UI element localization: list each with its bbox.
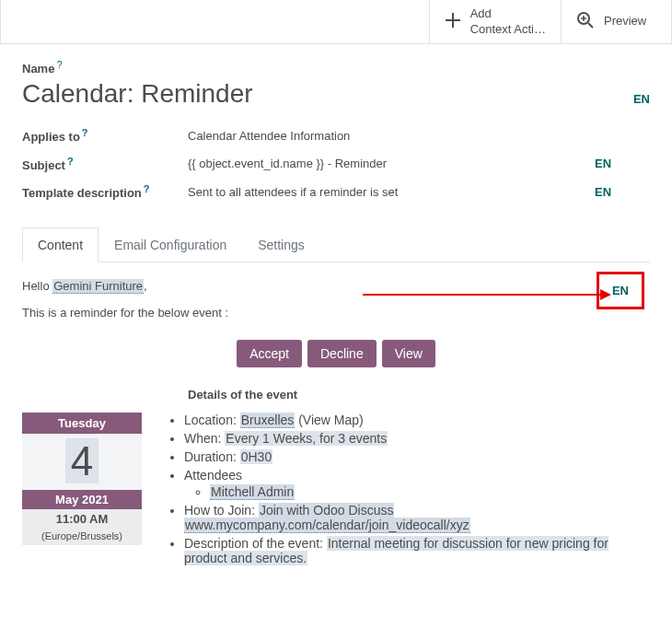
detail-duration: Duration: 0H30 bbox=[184, 449, 650, 464]
join-link[interactable]: Join with Odoo Discuss bbox=[259, 503, 395, 518]
annotation-highlight-box: EN bbox=[597, 272, 644, 309]
preview-button[interactable]: Preview bbox=[561, 0, 671, 43]
applies-to-label: Applies to? bbox=[22, 127, 188, 144]
template-desc-value[interactable]: Sent to all attendees if a reminder is s… bbox=[188, 185, 595, 199]
name-label: Name bbox=[22, 62, 54, 76]
decline-button[interactable]: Decline bbox=[307, 340, 377, 367]
details-row: Tuesday 4 May 2021 11:00 AM (Europe/Brus… bbox=[22, 413, 650, 569]
calendar-month: May 2021 bbox=[22, 490, 142, 509]
detail-attendees: Attendees Mitchell Admin bbox=[184, 468, 650, 499]
recipient-placeholder: Gemini Furniture bbox=[52, 279, 144, 294]
applies-to-value[interactable]: Calendar Attendee Information bbox=[188, 129, 595, 143]
subject-lang-badge[interactable]: EN bbox=[595, 157, 611, 170]
calendar-widget: Tuesday 4 May 2021 11:00 AM (Europe/Brus… bbox=[22, 413, 142, 544]
body-lang-badge[interactable]: EN bbox=[612, 284, 629, 297]
detail-when: When: Every 1 Weeks, for 3 events bbox=[184, 431, 650, 446]
top-toolbar: AddContext Acti… Preview bbox=[0, 0, 672, 44]
attendee-item: Mitchell Admin bbox=[210, 484, 650, 499]
name-label-row: Name? bbox=[22, 59, 650, 76]
applies-to-row: Applies to? Calendar Attendee Informatio… bbox=[22, 122, 650, 149]
subject-value[interactable]: {{ object.event_id.name }} - Reminder bbox=[188, 157, 595, 170]
form-area: Name? Calendar: Reminder EN Applies to? … bbox=[0, 44, 672, 591]
reminder-text: This is a reminder for the below event : bbox=[22, 306, 650, 320]
toolbar-spacer bbox=[1, 0, 429, 43]
details-list: Location: Bruxelles (View Map) When: Eve… bbox=[164, 413, 650, 569]
name-lang-badge[interactable]: EN bbox=[633, 92, 650, 106]
applies-to-help-icon[interactable]: ? bbox=[82, 127, 88, 138]
tab-content[interactable]: Content bbox=[22, 227, 98, 262]
detail-how-to-join: How to Join: Join with Odoo Discusswww.m… bbox=[184, 503, 650, 532]
template-desc-lang-badge[interactable]: EN bbox=[595, 185, 611, 199]
magnify-plus-icon bbox=[576, 11, 595, 32]
add-context-action-button[interactable]: AddContext Acti… bbox=[429, 0, 561, 43]
name-value-row: Calendar: Reminder EN bbox=[22, 76, 650, 122]
attendee-link[interactable]: Mitchell Admin bbox=[210, 484, 295, 500]
tab-settings[interactable]: Settings bbox=[242, 227, 320, 262]
annotation-arrow bbox=[363, 285, 611, 304]
view-button[interactable]: View bbox=[382, 340, 435, 367]
template-desc-label: Template description? bbox=[22, 183, 188, 200]
greeting-hello: Hello bbox=[22, 279, 52, 293]
tab-content-body: EN Hello Gemini Furniture, This is a rem… bbox=[22, 262, 650, 591]
subject-row: Subject? {{ object.event_id.name }} - Re… bbox=[22, 150, 650, 178]
detail-description: Description of the event: Internal meeti… bbox=[184, 536, 650, 565]
plus-icon bbox=[445, 12, 461, 31]
greeting-comma: , bbox=[144, 279, 147, 293]
add-context-action-label: AddContext Acti… bbox=[470, 6, 546, 38]
preview-label: Preview bbox=[604, 14, 646, 29]
details-header: Details of the event bbox=[188, 388, 650, 401]
calendar-timezone: (Europe/Brussels) bbox=[22, 529, 142, 545]
location-link[interactable]: Bruxelles bbox=[240, 413, 295, 428]
template-desc-row: Template description? Sent to all attend… bbox=[22, 178, 650, 205]
action-buttons: Accept Decline View bbox=[22, 340, 650, 367]
join-url[interactable]: www.mycompany.com/calendar/join_videocal… bbox=[184, 518, 470, 533]
template-desc-help-icon[interactable]: ? bbox=[144, 183, 150, 194]
calendar-day: 4 bbox=[22, 434, 142, 489]
name-help-icon[interactable]: ? bbox=[56, 59, 62, 70]
tab-email-configuration[interactable]: Email Configuration bbox=[98, 227, 242, 262]
tabs: Content Email Configuration Settings bbox=[22, 227, 650, 262]
subject-help-icon[interactable]: ? bbox=[67, 156, 74, 167]
name-value[interactable]: Calendar: Reminder bbox=[22, 79, 253, 109]
calendar-time: 11:00 AM bbox=[22, 509, 142, 529]
calendar-weekday: Tuesday bbox=[22, 413, 142, 434]
subject-label: Subject? bbox=[22, 156, 188, 172]
accept-button[interactable]: Accept bbox=[237, 340, 302, 367]
detail-location: Location: Bruxelles (View Map) bbox=[184, 413, 650, 427]
view-map-text: (View Map) bbox=[295, 413, 363, 427]
